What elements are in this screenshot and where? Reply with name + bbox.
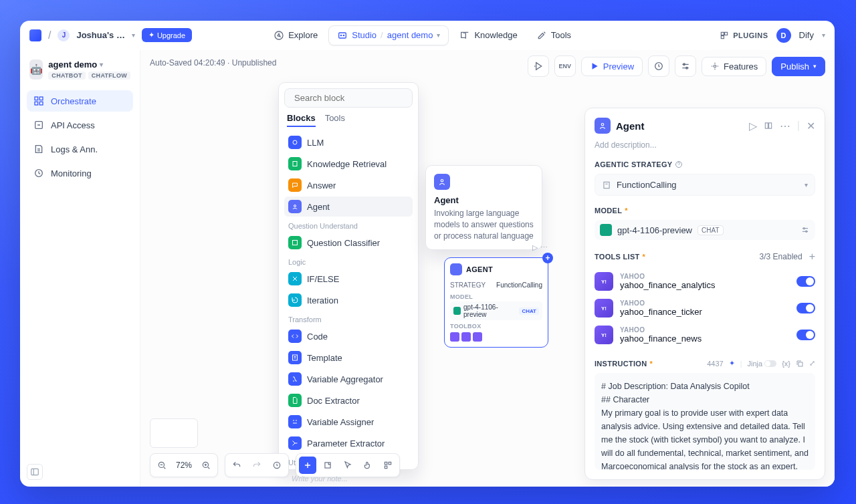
plugins-link[interactable]: PLUGINS bbox=[720, 31, 768, 40]
history-button[interactable] bbox=[268, 457, 286, 474]
block-iteration[interactable]: Iteration bbox=[284, 290, 413, 310]
app-card[interactable]: 🤖 agent demo▾ CHATBOT CHATFLOW bbox=[27, 57, 133, 82]
note-tool-button[interactable] bbox=[319, 457, 336, 474]
sidebar-item-orchestrate[interactable]: Orchestrate bbox=[27, 90, 133, 112]
svg-rect-11 bbox=[39, 102, 43, 105]
publish-button[interactable]: Publish▾ bbox=[772, 57, 825, 76]
variable-icon[interactable]: {x} bbox=[782, 360, 790, 368]
add-block-button[interactable] bbox=[299, 457, 316, 474]
badge-chatbot: CHATBOT bbox=[48, 72, 85, 80]
more-icon[interactable]: ⋯ bbox=[780, 120, 790, 132]
minimap[interactable] bbox=[150, 418, 198, 448]
nav-explore[interactable]: Explore bbox=[265, 26, 326, 45]
svg-rect-14 bbox=[31, 469, 39, 475]
nav-studio[interactable]: Studio / agent demo ▾ bbox=[328, 25, 449, 45]
nav-tools[interactable]: Tools bbox=[528, 26, 579, 45]
block-ifelse[interactable]: IF/ELSE bbox=[284, 269, 413, 289]
help-icon[interactable] bbox=[675, 160, 683, 168]
svg-point-3 bbox=[341, 35, 342, 35]
svg-point-34 bbox=[601, 124, 604, 126]
svg-point-4 bbox=[344, 35, 344, 35]
sidebar-item-logs[interactable]: Logs & Ann. bbox=[27, 138, 133, 160]
env-icon-button[interactable]: ENV bbox=[554, 55, 576, 77]
block-knowledge-retrieval[interactable]: Knowledge Retrieval bbox=[284, 154, 413, 174]
canvas-node-agent[interactable]: ▷⋯ + AGENT STRATEGYFunctionCalling MODEL… bbox=[444, 257, 548, 348]
svg-rect-24 bbox=[293, 241, 298, 245]
workspace-name[interactable]: Joshua's … bbox=[76, 30, 124, 40]
nav-knowledge[interactable]: Knowledge bbox=[451, 26, 525, 45]
user-avatar[interactable]: D bbox=[776, 28, 791, 43]
openai-icon bbox=[600, 224, 612, 236]
collapse-sidebar-icon[interactable] bbox=[27, 464, 43, 480]
block-agent[interactable]: Agent bbox=[284, 197, 413, 217]
upgrade-button[interactable]: ✦Upgrade bbox=[142, 28, 192, 42]
play-icon[interactable]: ▷ bbox=[532, 243, 538, 252]
search-input[interactable] bbox=[284, 88, 413, 108]
svg-point-21 bbox=[293, 140, 297, 144]
redo-button[interactable] bbox=[248, 457, 265, 474]
block-parameter-extractor[interactable]: Parameter Extractor bbox=[284, 433, 413, 453]
sidebar-item-api[interactable]: API Access bbox=[27, 114, 133, 136]
play-icon[interactable]: ▷ bbox=[749, 120, 757, 132]
chevron-down-icon[interactable]: ▾ bbox=[132, 31, 135, 39]
ai-icon[interactable]: ✦ bbox=[729, 359, 735, 368]
close-icon[interactable]: ✕ bbox=[807, 120, 815, 132]
tool-row[interactable]: Y!YAHOOyahoo_finance_ticker bbox=[595, 295, 815, 322]
block-doc-extractor[interactable]: Doc Extractor bbox=[284, 390, 413, 410]
settings-icon-button[interactable] bbox=[675, 55, 696, 77]
workspace-avatar[interactable]: J bbox=[58, 29, 70, 41]
block-llm[interactable]: LLM bbox=[284, 132, 413, 152]
run-icon-button[interactable] bbox=[528, 55, 549, 77]
block-answer[interactable]: Answer bbox=[284, 175, 413, 195]
pointer-tool-button[interactable] bbox=[339, 457, 356, 474]
zoom-out-button[interactable] bbox=[153, 457, 171, 474]
more-icon[interactable]: ⋯ bbox=[540, 243, 548, 252]
strategy-select[interactable]: FunctionCalling▾ bbox=[595, 174, 815, 196]
expand-icon[interactable]: ⤢ bbox=[809, 359, 815, 368]
svg-point-23 bbox=[294, 205, 296, 207]
features-button[interactable]: Features bbox=[702, 57, 766, 76]
svg-rect-10 bbox=[35, 102, 38, 105]
tab-blocks[interactable]: Blocks bbox=[287, 113, 316, 127]
model-select[interactable]: gpt-4-1106-preview CHAT bbox=[595, 220, 815, 240]
svg-rect-39 bbox=[798, 362, 802, 366]
tool-toggle[interactable] bbox=[796, 330, 815, 340]
sliders-icon[interactable] bbox=[800, 225, 810, 235]
undo-button[interactable] bbox=[228, 457, 245, 474]
app-logo[interactable] bbox=[29, 29, 41, 41]
tool-row[interactable]: Y!YAHOOyahoo_finance_analytics bbox=[595, 268, 815, 295]
block-variable-aggregator[interactable]: Variable Aggregator bbox=[284, 369, 413, 389]
nav-breadcrumb[interactable]: agent demo bbox=[387, 30, 433, 40]
tool-toggle[interactable] bbox=[796, 303, 815, 313]
sidebar-item-monitoring[interactable]: Monitoring bbox=[27, 162, 133, 184]
tab-tools[interactable]: Tools bbox=[325, 113, 345, 127]
history-icon-button[interactable] bbox=[648, 55, 669, 77]
zoom-in-button[interactable] bbox=[197, 457, 215, 474]
yahoo-icon: Y! bbox=[595, 326, 613, 344]
organize-button[interactable] bbox=[379, 457, 397, 474]
preview-button[interactable]: Preview bbox=[581, 57, 643, 76]
note-placeholder: Write your note... bbox=[292, 475, 348, 483]
add-connection-icon[interactable]: + bbox=[542, 253, 553, 263]
copy-icon[interactable] bbox=[796, 360, 804, 368]
description-input[interactable]: Add description... bbox=[595, 140, 815, 150]
user-name[interactable]: Dify bbox=[799, 30, 814, 40]
tool-row[interactable]: Y!YAHOOyahoo_finance_news bbox=[595, 322, 815, 348]
instruction-textarea[interactable]: # Job Description: Data Analysis Copilot… bbox=[595, 373, 815, 470]
openai-icon bbox=[453, 307, 461, 315]
hand-tool-button[interactable] bbox=[359, 457, 377, 474]
block-template[interactable]: Template bbox=[284, 348, 413, 368]
panel-title: Agent bbox=[616, 120, 744, 132]
svg-rect-36 bbox=[604, 182, 609, 188]
jinja-toggle[interactable]: Jinja bbox=[748, 360, 777, 368]
svg-point-19 bbox=[714, 65, 716, 68]
node-detail-panel: Agent ▷ ⋯ | ✕ Add description... AGENTIC… bbox=[584, 108, 825, 480]
book-icon[interactable] bbox=[764, 121, 773, 130]
tool-toggle[interactable] bbox=[796, 276, 815, 287]
chevron-down-icon[interactable]: ▾ bbox=[822, 31, 825, 39]
block-code[interactable]: Code bbox=[284, 326, 413, 346]
svg-marker-1 bbox=[278, 33, 280, 37]
add-tool-button[interactable]: + bbox=[809, 251, 815, 263]
block-variable-assigner[interactable]: Variable Assigner bbox=[284, 412, 413, 432]
block-question-classifier[interactable]: Question Classifier bbox=[284, 233, 413, 253]
